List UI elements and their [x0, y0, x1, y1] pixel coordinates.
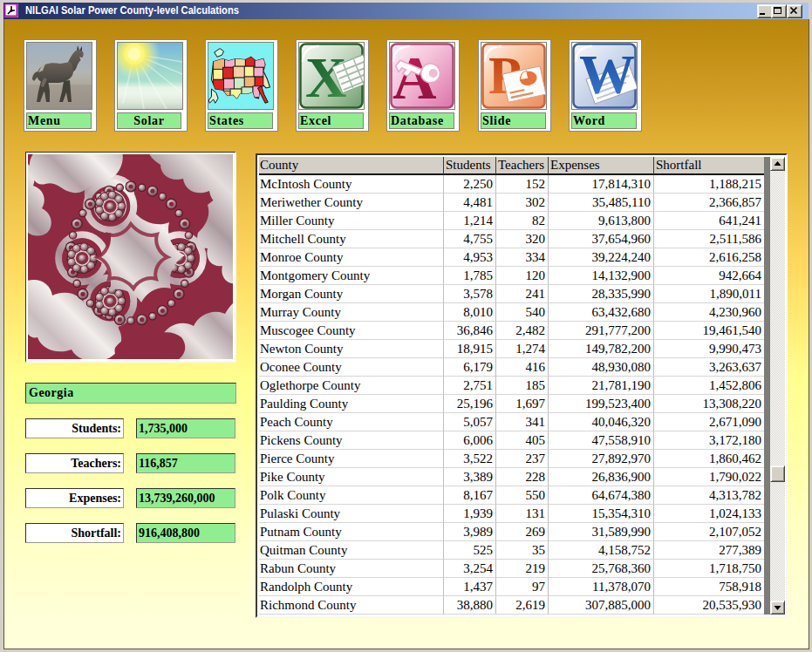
svg-text:W: W — [579, 44, 635, 105]
